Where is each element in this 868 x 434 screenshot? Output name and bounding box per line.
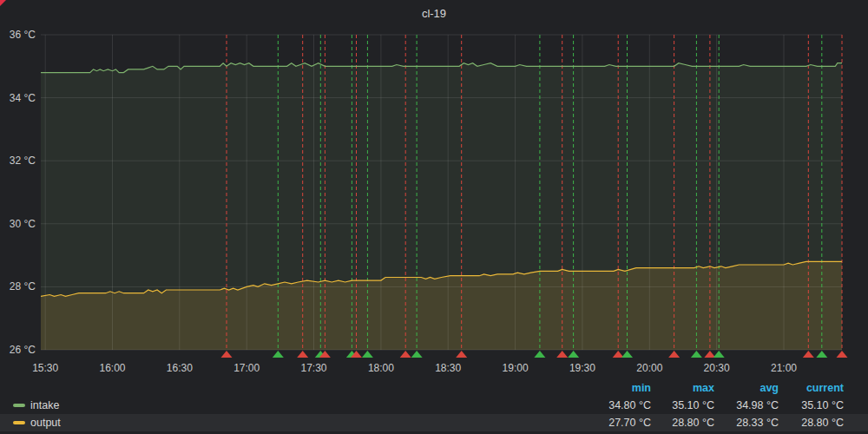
legend-header-max[interactable]: max bbox=[693, 382, 714, 394]
annotation-marker-green[interactable] bbox=[816, 351, 827, 358]
y-tick-label: 32 °C bbox=[10, 155, 36, 167]
x-tick-label: 15:30 bbox=[32, 362, 58, 374]
output-stat-min: 27.70 °C bbox=[608, 414, 651, 431]
legend-series-intake[interactable]: intake bbox=[30, 397, 59, 414]
intake-stat-min: 34.80 °C bbox=[608, 397, 651, 414]
intake-stat-max: 35.10 °C bbox=[672, 397, 714, 414]
annotation-marker-green[interactable] bbox=[568, 351, 579, 358]
output-swatch-icon[interactable] bbox=[13, 421, 25, 424]
legend-header-row: minmaxavgcurrent bbox=[0, 382, 868, 397]
annotation-marker-red[interactable] bbox=[668, 351, 680, 358]
x-tick-label: 19:30 bbox=[569, 362, 595, 374]
x-tick-label: 16:00 bbox=[99, 362, 125, 374]
annotation-marker-red[interactable] bbox=[556, 351, 568, 358]
annotation-marker-green[interactable] bbox=[273, 351, 284, 358]
x-tick-label: 17:30 bbox=[300, 362, 326, 374]
x-tick-label: 17:00 bbox=[233, 362, 260, 374]
x-tick-label: 20:00 bbox=[636, 362, 662, 374]
annotation-marker-red[interactable] bbox=[297, 351, 308, 358]
x-tick-label: 19:00 bbox=[503, 362, 529, 374]
annotation-marker-red[interactable] bbox=[837, 351, 848, 358]
x-tick-label: 20:30 bbox=[704, 362, 730, 374]
grafana-panel: cl-19 15:3016:0016:3017:0017:3018:0018:3… bbox=[0, 0, 868, 434]
annotation-marker-green[interactable] bbox=[621, 351, 633, 358]
y-axis-labels: 26 °C28 °C30 °C32 °C34 °C36 °C bbox=[10, 29, 36, 356]
y-tick-label: 28 °C bbox=[10, 280, 36, 293]
y-tick-label: 30 °C bbox=[10, 218, 36, 230]
annotation-marker-green[interactable] bbox=[713, 351, 725, 358]
x-tick-label: 18:30 bbox=[435, 362, 461, 374]
y-tick-label: 34 °C bbox=[10, 92, 36, 104]
annotation-marker-red[interactable] bbox=[456, 351, 467, 358]
annotation-marker-green[interactable] bbox=[691, 351, 702, 358]
legend-header-min[interactable]: min bbox=[632, 382, 651, 394]
legend-header-avg[interactable]: avg bbox=[760, 382, 779, 394]
annotation-marker-red[interactable] bbox=[221, 351, 233, 358]
x-axis-labels: 15:3016:0016:3017:0017:3018:0018:3019:00… bbox=[32, 362, 797, 374]
annotation-marker-red[interactable] bbox=[704, 351, 715, 358]
y-tick-label: 26 °C bbox=[10, 344, 36, 356]
output-stat-avg: 28.33 °C bbox=[736, 414, 779, 431]
annotation-marker-red[interactable] bbox=[400, 351, 411, 358]
legend-header-current[interactable]: current bbox=[806, 382, 844, 394]
intake-stat-current: 35.10 °C bbox=[801, 397, 844, 414]
output-stat-max: 28.80 °C bbox=[672, 414, 714, 431]
series-fills bbox=[41, 63, 842, 350]
legend: minmaxavgcurrentintake34.80 °C35.10 °C34… bbox=[0, 380, 868, 434]
intake-swatch-icon[interactable] bbox=[13, 404, 25, 407]
x-tick-label: 21:00 bbox=[771, 362, 797, 374]
annotation-marker-green[interactable] bbox=[362, 351, 373, 358]
x-tick-label: 16:30 bbox=[167, 362, 193, 374]
annotation-marker-green[interactable] bbox=[534, 351, 545, 358]
legend-series-output[interactable]: output bbox=[30, 414, 61, 431]
legend-row-output: output27.70 °C28.80 °C28.33 °C28.80 °C bbox=[0, 414, 868, 431]
intake-stat-avg: 34.98 °C bbox=[736, 397, 779, 414]
output-stat-current: 28.80 °C bbox=[801, 414, 844, 431]
annotation-marker-red[interactable] bbox=[613, 351, 624, 358]
annotation-marker-red[interactable] bbox=[803, 351, 814, 358]
annotation-marker-green[interactable] bbox=[411, 351, 423, 358]
x-tick-label: 18:00 bbox=[368, 362, 394, 374]
y-tick-label: 36 °C bbox=[10, 29, 36, 41]
time-series-chart[interactable]: 15:3016:0016:3017:0017:3018:0018:3019:00… bbox=[0, 0, 868, 380]
legend-row-intake: intake34.80 °C35.10 °C34.98 °C35.10 °C bbox=[0, 397, 868, 414]
